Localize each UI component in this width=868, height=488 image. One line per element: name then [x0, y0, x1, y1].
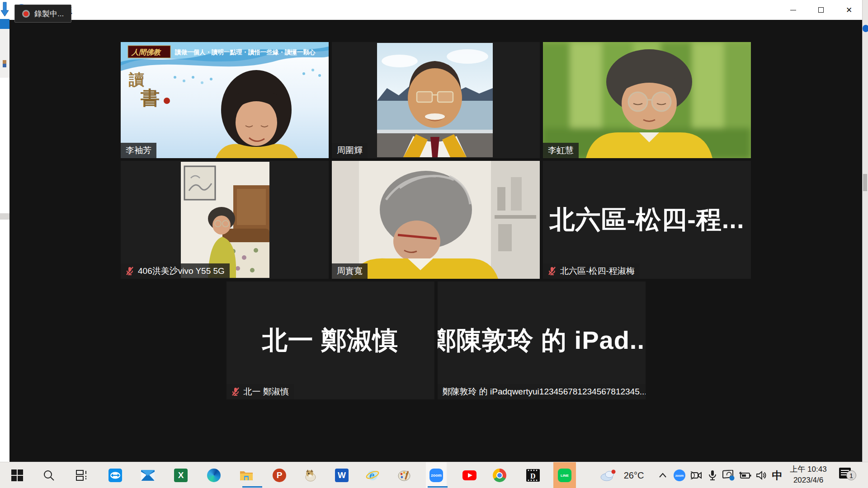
- video-tile-zheng-chen-dun-ling-ipad[interactable]: 鄭陳敦玲 的 iPad... 鄭陳敦玲 的 iPadqwertyui123456…: [438, 282, 646, 399]
- background-window-small-icon: [3, 60, 6, 67]
- internet-explorer-icon[interactable]: e: [365, 468, 380, 483]
- logo-char-bottom: 書: [141, 87, 160, 108]
- participant-name: 406洪美沙vivo Y55 5G: [138, 265, 225, 277]
- video-tile-cheng-shu-mei[interactable]: 北六區-松四-程... 北六區-松四-程淑梅: [543, 161, 751, 279]
- start-button[interactable]: [10, 468, 24, 483]
- explorer-active-underline: [242, 486, 262, 488]
- mail-icon[interactable]: [141, 468, 155, 483]
- participant-name: 李袖芳: [126, 145, 151, 156]
- participant-name-label: 周圍輝: [332, 143, 368, 158]
- tray-time: 上午 10:43: [786, 464, 831, 475]
- tray-volume-icon[interactable]: [754, 468, 769, 483]
- participant-name: 鄭陳敦玲 的 iPadqwertyui123456781234567812345…: [443, 386, 646, 398]
- zoom-meeting-window: Zoom 會議 ✕ 錄製中... 人間佛教 讀做一個人・讀: [9, 0, 862, 462]
- video-tile-zhou-shi-kuan[interactable]: 周實寬: [332, 161, 540, 279]
- edge-icon[interactable]: [207, 468, 221, 483]
- notification-badge[interactable]: 1: [846, 470, 856, 480]
- participant-name: 周圍輝: [337, 145, 363, 156]
- tray-date: 2023/4/6: [786, 475, 831, 486]
- search-icon[interactable]: [42, 468, 56, 483]
- participant-display-name: 北六區-松四-程...: [543, 161, 751, 279]
- tray-camera-icon[interactable]: [689, 468, 703, 483]
- blue-down-arrow-icon: [0, 2, 9, 17]
- zoom-app-icon[interactable]: zoom: [429, 468, 443, 483]
- recording-label: 錄製中...: [34, 9, 64, 19]
- powerpoint-icon[interactable]: P: [272, 468, 287, 483]
- maximize-button[interactable]: [807, 0, 835, 20]
- background-window-blue-bar: [0, 19, 9, 29]
- participant-name: 北一 鄭淑慎: [244, 386, 289, 398]
- muted-mic-icon: [231, 387, 240, 396]
- banner-badge-text: 人間佛教: [131, 48, 161, 56]
- video-tile-zhou-wei-hui[interactable]: 周圍輝: [332, 42, 540, 158]
- video-feed: 人間佛教 讀做一個人・讀明一點理・讀悟一些緣・讀懂一顆心 讀 書: [121, 42, 329, 158]
- participant-name: 李虹慧: [548, 145, 574, 156]
- task-view-icon[interactable]: [74, 468, 89, 483]
- youtube-icon[interactable]: [462, 468, 476, 483]
- chrome-icon[interactable]: [492, 468, 507, 483]
- background-window-divider: [0, 213, 9, 220]
- participant-name-label: 鄭陳敦玲 的 iPadqwertyui123456781234567812345…: [438, 384, 646, 399]
- close-icon: ✕: [846, 6, 852, 14]
- video-tile-li-hong-hui[interactable]: 李虹慧: [543, 42, 751, 158]
- participant-name: 周實寬: [337, 265, 363, 277]
- participant-name: 北六區-松四-程淑梅: [560, 265, 635, 277]
- tray-zoom-icon[interactable]: zoom: [672, 468, 687, 483]
- file-explorer-icon[interactable]: [239, 468, 254, 483]
- recording-indicator-button[interactable]: 錄製中...: [14, 5, 71, 23]
- video-feed: [377, 43, 493, 157]
- emule-icon[interactable]: [303, 468, 318, 483]
- tray-screenshare-icon[interactable]: [722, 468, 736, 483]
- participant-name-label: 周實寬: [332, 263, 368, 279]
- muted-mic-icon: [126, 267, 134, 276]
- record-dot-icon: [22, 10, 30, 18]
- background-window-toolbar-edge: [0, 29, 9, 78]
- excel-icon[interactable]: X: [174, 468, 188, 483]
- tray-temperature[interactable]: 26°C: [621, 468, 646, 483]
- logo-char-top: 讀: [128, 71, 144, 88]
- tray-clock[interactable]: 上午 10:43 2023/4/6: [786, 464, 831, 486]
- minimize-button[interactable]: [779, 0, 807, 20]
- participant-display-name: 北一 鄭淑慎: [226, 282, 434, 399]
- teamviewer-icon[interactable]: [108, 468, 123, 483]
- tray-ime-indicator[interactable]: 中: [770, 468, 784, 483]
- paint-icon[interactable]: [397, 468, 412, 483]
- tray-battery-icon[interactable]: [738, 468, 752, 483]
- d-media-player-icon[interactable]: D: [526, 468, 540, 483]
- word-icon[interactable]: W: [335, 468, 349, 483]
- video-feed: [181, 162, 269, 278]
- video-feed: [543, 42, 751, 158]
- tray-chevron-up-icon[interactable]: [656, 468, 670, 483]
- muted-mic-icon: [548, 267, 556, 276]
- weather-icon[interactable]: [599, 468, 618, 483]
- participant-name-label: 406洪美沙vivo Y55 5G: [121, 263, 230, 279]
- maximize-icon: [818, 7, 824, 13]
- video-tile-hong-mei-sha[interactable]: 406洪美沙vivo Y55 5G: [121, 161, 329, 279]
- svg-text:D: D: [530, 472, 536, 480]
- line-app-icon[interactable]: LINE: [557, 468, 572, 483]
- title-bar: Zoom 會議 ✕: [9, 0, 862, 20]
- background-scrollbar-thumb[interactable]: [863, 174, 867, 191]
- participant-display-name: 鄭陳敦玲 的 iPad...: [438, 282, 646, 399]
- minimize-icon: [790, 10, 796, 10]
- tray-microphone-icon[interactable]: [705, 468, 720, 483]
- close-button[interactable]: ✕: [835, 0, 863, 20]
- video-feed: [332, 161, 540, 279]
- participant-name-label: 李虹慧: [543, 143, 579, 158]
- video-tile-zheng-shu-shen[interactable]: 北一 鄭淑慎 北一 鄭淑慎: [226, 282, 434, 399]
- video-tile-li-xiu-fang[interactable]: 人間佛教 讀做一個人・讀明一點理・讀悟一些緣・讀懂一顆心 讀 書 李袖芳: [121, 42, 329, 158]
- zoom-active-underline: [428, 486, 448, 488]
- participant-name-label: 李袖芳: [121, 143, 156, 158]
- participant-name-label: 北一 鄭淑慎: [226, 384, 294, 399]
- background-window-right-edge: [862, 0, 868, 462]
- banner-slogan-text: 讀做一個人・讀明一點理・讀悟一些緣・讀懂一顆心: [175, 49, 316, 56]
- background-window-blue-dot: [863, 25, 868, 32]
- background-window-left-edge: [0, 0, 9, 462]
- participant-name-label: 北六區-松四-程淑梅: [543, 263, 640, 279]
